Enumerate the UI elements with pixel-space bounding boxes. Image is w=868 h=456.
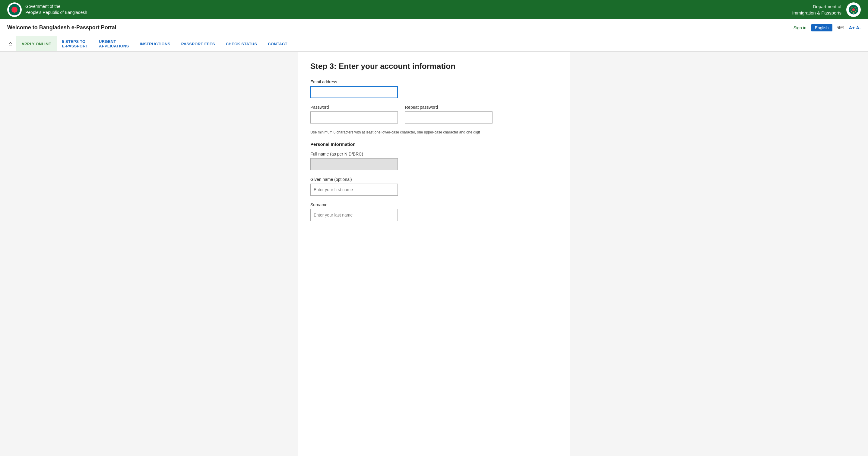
email-label: Email address (310, 79, 558, 84)
menu-5-steps[interactable]: 5 STEPS TOe-PASSPORT (57, 36, 94, 51)
repeat-password-label: Repeat password (405, 105, 493, 110)
page-title: Step 3: Enter your account information (310, 62, 558, 71)
password-group: Password (310, 105, 398, 123)
menu-check-status[interactable]: CHECK STATUS (220, 36, 263, 51)
menu-apply-online[interactable]: APPLY ONLINE (16, 36, 56, 51)
full-name-input (310, 158, 398, 170)
repeat-password-group: Repeat password (405, 105, 493, 123)
email-input[interactable] (310, 86, 398, 98)
menu-contact[interactable]: CONTACT (262, 36, 293, 51)
font-decrease-button[interactable]: A- (856, 25, 861, 30)
email-group: Email address (310, 79, 558, 98)
menu-urgent-applications[interactable]: URGENTAPPLICATIONS (93, 36, 134, 51)
bangla-lang-button[interactable]: বাংলা (837, 25, 844, 30)
home-icon[interactable]: ⌂ (5, 36, 16, 51)
font-size-controls: A+ A- (849, 25, 861, 30)
nav-right: Sign in English বাংলা A+ A- (794, 24, 861, 31)
sign-in-link[interactable]: Sign in (794, 25, 806, 30)
menu-bar: ⌂ APPLY ONLINE 5 STEPS TOe-PASSPORT URGE… (0, 36, 868, 52)
bangladesh-logo (7, 2, 22, 17)
passport-logo: BD (846, 2, 861, 17)
main-content: Step 3: Enter your account information E… (298, 52, 570, 456)
full-name-group: Full name (as per NID/BRC) (310, 151, 558, 170)
header-right: Department of Immigration & Passports BD (792, 2, 861, 17)
password-input[interactable] (310, 111, 398, 123)
password-hint: Use minimum 6 characters with at least o… (310, 130, 491, 134)
personal-info-title: Personal Information (310, 142, 558, 147)
given-name-label: Given name (optional) (310, 177, 558, 182)
surname-label: Surname (310, 202, 558, 207)
menu-instructions[interactable]: INSTRUCTIONS (134, 36, 176, 51)
menu-passport-fees[interactable]: PASSPORT FEES (176, 36, 220, 51)
svg-point-4 (852, 8, 855, 11)
gov-text: Government of the People's Republic of B… (25, 4, 87, 16)
font-increase-button[interactable]: A+ (849, 25, 855, 30)
nav-bar: Welcome to Bangladesh e-Passport Portal … (0, 19, 868, 36)
full-name-label: Full name (as per NID/BRC) (310, 151, 558, 156)
svg-text:BD: BD (852, 13, 855, 14)
password-row: Password Repeat password (310, 105, 558, 123)
dept-text: Department of Immigration & Passports (792, 3, 841, 16)
given-name-input[interactable] (310, 183, 398, 196)
svg-point-1 (11, 7, 18, 13)
header-left: Government of the People's Republic of B… (7, 2, 87, 17)
repeat-password-input[interactable] (405, 111, 493, 123)
given-name-group: Given name (optional) (310, 177, 558, 196)
surname-group: Surname (310, 202, 558, 221)
site-title: Welcome to Bangladesh e-Passport Portal (7, 25, 116, 31)
surname-input[interactable] (310, 209, 398, 221)
english-lang-button[interactable]: English (811, 24, 832, 31)
password-label: Password (310, 105, 398, 110)
top-header: Government of the People's Republic of B… (0, 0, 868, 19)
personal-info-section: Personal Information Full name (as per N… (310, 142, 558, 221)
